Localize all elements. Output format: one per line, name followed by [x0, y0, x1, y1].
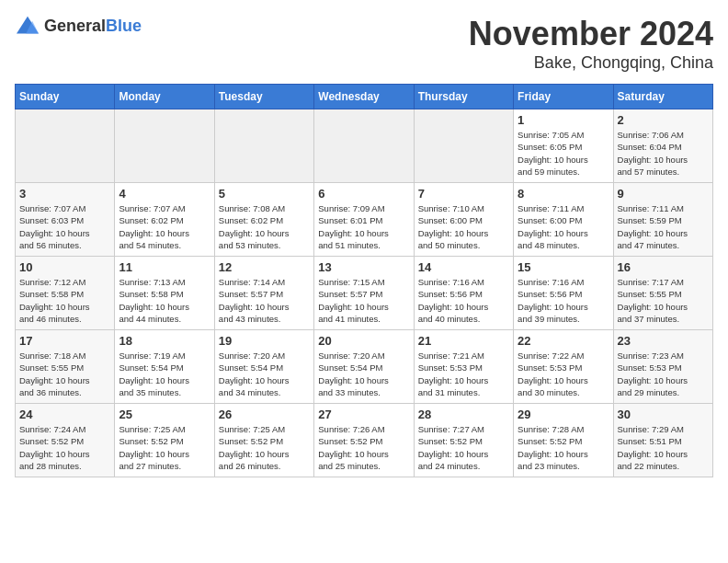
day-info: Sunrise: 7:29 AM Sunset: 5:51 PM Dayligh… — [618, 423, 709, 472]
day-number: 26 — [219, 408, 310, 421]
calendar-cell: 18Sunrise: 7:19 AM Sunset: 5:54 PM Dayli… — [115, 330, 214, 404]
day-info: Sunrise: 7:21 AM Sunset: 5:53 PM Dayligh… — [418, 350, 509, 398]
day-number: 8 — [518, 187, 609, 201]
page-header: GeneralBlue November 2024 Bake, Chongqin… — [15, 15, 713, 73]
day-number: 10 — [19, 260, 110, 274]
calendar-cell — [414, 109, 513, 183]
day-info: Sunrise: 7:08 AM Sunset: 6:02 PM Dayligh… — [219, 202, 310, 251]
day-info: Sunrise: 7:17 AM Sunset: 5:55 PM Dayligh… — [618, 276, 709, 325]
day-info: Sunrise: 7:20 AM Sunset: 5:54 PM Dayligh… — [318, 350, 409, 398]
day-number: 5 — [219, 187, 310, 201]
logo-blue: Blue — [106, 17, 142, 35]
day-info: Sunrise: 7:15 AM Sunset: 5:57 PM Dayligh… — [318, 276, 409, 325]
day-info: Sunrise: 7:24 AM Sunset: 5:52 PM Dayligh… — [19, 423, 110, 472]
day-info: Sunrise: 7:23 AM Sunset: 5:53 PM Dayligh… — [618, 350, 709, 398]
calendar-table: SundayMondayTuesdayWednesdayThursdayFrid… — [15, 84, 713, 477]
calendar-week-1: 1Sunrise: 7:05 AM Sunset: 6:05 PM Daylig… — [16, 109, 713, 183]
day-number: 12 — [219, 260, 310, 274]
day-info: Sunrise: 7:05 AM Sunset: 6:05 PM Dayligh… — [518, 129, 609, 178]
calendar-week-2: 3Sunrise: 7:07 AM Sunset: 6:03 PM Daylig… — [16, 183, 713, 257]
day-info: Sunrise: 7:16 AM Sunset: 5:56 PM Dayligh… — [518, 276, 609, 325]
day-info: Sunrise: 7:14 AM Sunset: 5:57 PM Dayligh… — [219, 276, 310, 325]
day-number: 24 — [19, 408, 110, 421]
day-info: Sunrise: 7:18 AM Sunset: 5:55 PM Dayligh… — [19, 350, 110, 398]
day-info: Sunrise: 7:12 AM Sunset: 5:58 PM Dayligh… — [19, 276, 110, 325]
day-number: 17 — [19, 334, 110, 348]
calendar-cell: 27Sunrise: 7:26 AM Sunset: 5:52 PM Dayli… — [314, 404, 414, 477]
day-number: 20 — [318, 334, 409, 348]
day-info: Sunrise: 7:28 AM Sunset: 5:52 PM Dayligh… — [518, 423, 609, 472]
title-block: November 2024 Bake, Chongqing, China — [469, 15, 713, 73]
day-info: Sunrise: 7:25 AM Sunset: 5:52 PM Dayligh… — [219, 423, 310, 472]
calendar-cell: 22Sunrise: 7:22 AM Sunset: 5:53 PM Dayli… — [514, 330, 613, 404]
calendar-cell: 11Sunrise: 7:13 AM Sunset: 5:58 PM Dayli… — [115, 257, 214, 330]
day-info: Sunrise: 7:19 AM Sunset: 5:54 PM Dayligh… — [119, 350, 210, 398]
day-info: Sunrise: 7:20 AM Sunset: 5:54 PM Dayligh… — [219, 350, 310, 398]
day-info: Sunrise: 7:06 AM Sunset: 6:04 PM Dayligh… — [618, 129, 709, 178]
day-number: 6 — [318, 187, 409, 201]
day-number: 4 — [119, 187, 210, 201]
logo-icon — [15, 15, 40, 37]
calendar-cell: 28Sunrise: 7:27 AM Sunset: 5:52 PM Dayli… — [414, 404, 513, 477]
calendar-cell: 10Sunrise: 7:12 AM Sunset: 5:58 PM Dayli… — [16, 257, 115, 330]
calendar-cell: 26Sunrise: 7:25 AM Sunset: 5:52 PM Dayli… — [214, 404, 313, 477]
calendar-week-4: 17Sunrise: 7:18 AM Sunset: 5:55 PM Dayli… — [16, 330, 713, 404]
header-day-tuesday: Tuesday — [214, 85, 313, 109]
month-title: November 2024 — [469, 15, 713, 53]
day-number: 3 — [19, 187, 110, 201]
logo: GeneralBlue — [15, 15, 142, 37]
day-info: Sunrise: 7:25 AM Sunset: 5:52 PM Dayligh… — [119, 423, 210, 472]
calendar-cell — [16, 109, 115, 183]
calendar-cell: 15Sunrise: 7:16 AM Sunset: 5:56 PM Dayli… — [514, 257, 613, 330]
calendar-cell: 8Sunrise: 7:11 AM Sunset: 6:00 PM Daylig… — [514, 183, 613, 257]
calendar-header-row: SundayMondayTuesdayWednesdayThursdayFrid… — [16, 85, 713, 109]
calendar-week-3: 10Sunrise: 7:12 AM Sunset: 5:58 PM Dayli… — [16, 257, 713, 330]
day-info: Sunrise: 7:22 AM Sunset: 5:53 PM Dayligh… — [518, 350, 609, 398]
day-number: 22 — [518, 334, 609, 348]
day-number: 16 — [618, 260, 709, 274]
day-info: Sunrise: 7:07 AM Sunset: 6:03 PM Dayligh… — [19, 202, 110, 251]
day-number: 28 — [418, 408, 509, 421]
header-day-monday: Monday — [115, 85, 214, 109]
calendar-cell — [214, 109, 313, 183]
header-day-sunday: Sunday — [16, 85, 115, 109]
header-day-wednesday: Wednesday — [314, 85, 414, 109]
header-day-friday: Friday — [514, 85, 613, 109]
calendar-cell: 20Sunrise: 7:20 AM Sunset: 5:54 PM Dayli… — [314, 330, 414, 404]
day-info: Sunrise: 7:13 AM Sunset: 5:58 PM Dayligh… — [119, 276, 210, 325]
day-number: 15 — [518, 260, 609, 274]
header-day-thursday: Thursday — [414, 85, 513, 109]
calendar-cell: 12Sunrise: 7:14 AM Sunset: 5:57 PM Dayli… — [214, 257, 313, 330]
calendar-cell: 13Sunrise: 7:15 AM Sunset: 5:57 PM Dayli… — [314, 257, 414, 330]
day-info: Sunrise: 7:10 AM Sunset: 6:00 PM Dayligh… — [418, 202, 509, 251]
calendar-cell: 9Sunrise: 7:11 AM Sunset: 5:59 PM Daylig… — [613, 183, 712, 257]
day-info: Sunrise: 7:26 AM Sunset: 5:52 PM Dayligh… — [318, 423, 409, 472]
calendar-week-5: 24Sunrise: 7:24 AM Sunset: 5:52 PM Dayli… — [16, 404, 713, 477]
header-day-saturday: Saturday — [613, 85, 712, 109]
day-number: 14 — [418, 260, 509, 274]
day-number: 2 — [618, 113, 709, 127]
day-number: 27 — [318, 408, 409, 421]
calendar-cell: 5Sunrise: 7:08 AM Sunset: 6:02 PM Daylig… — [214, 183, 313, 257]
day-info: Sunrise: 7:07 AM Sunset: 6:02 PM Dayligh… — [119, 202, 210, 251]
calendar-cell — [314, 109, 414, 183]
day-info: Sunrise: 7:27 AM Sunset: 5:52 PM Dayligh… — [418, 423, 509, 472]
day-number: 21 — [418, 334, 509, 348]
day-number: 29 — [518, 408, 609, 421]
calendar-cell: 25Sunrise: 7:25 AM Sunset: 5:52 PM Dayli… — [115, 404, 214, 477]
day-number: 19 — [219, 334, 310, 348]
day-number: 1 — [518, 113, 609, 127]
day-number: 18 — [119, 334, 210, 348]
day-number: 30 — [618, 408, 709, 421]
day-info: Sunrise: 7:16 AM Sunset: 5:56 PM Dayligh… — [418, 276, 509, 325]
day-number: 13 — [318, 260, 409, 274]
calendar-cell: 29Sunrise: 7:28 AM Sunset: 5:52 PM Dayli… — [514, 404, 613, 477]
location-subtitle: Bake, Chongqing, China — [469, 53, 713, 73]
calendar-cell: 4Sunrise: 7:07 AM Sunset: 6:02 PM Daylig… — [115, 183, 214, 257]
calendar-cell: 16Sunrise: 7:17 AM Sunset: 5:55 PM Dayli… — [613, 257, 712, 330]
calendar-cell: 7Sunrise: 7:10 AM Sunset: 6:00 PM Daylig… — [414, 183, 513, 257]
calendar-cell: 6Sunrise: 7:09 AM Sunset: 6:01 PM Daylig… — [314, 183, 414, 257]
day-number: 23 — [618, 334, 709, 348]
calendar-cell: 19Sunrise: 7:20 AM Sunset: 5:54 PM Dayli… — [214, 330, 313, 404]
calendar-cell: 14Sunrise: 7:16 AM Sunset: 5:56 PM Dayli… — [414, 257, 513, 330]
